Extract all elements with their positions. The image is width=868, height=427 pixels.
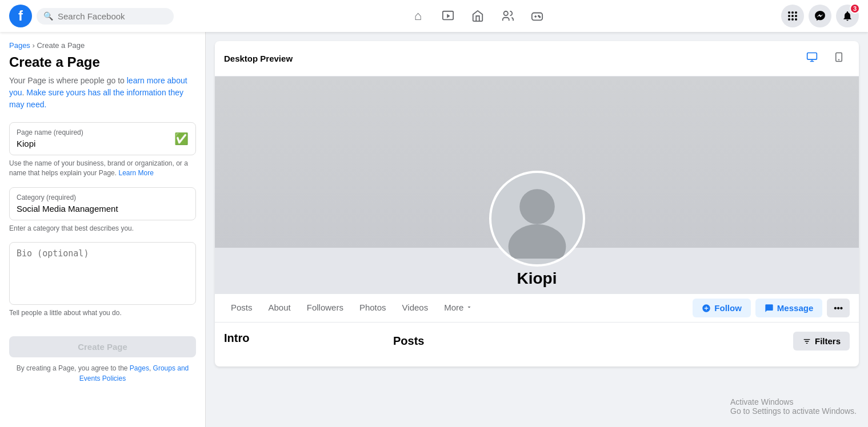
chevron-down-icon — [466, 304, 473, 311]
svg-rect-3 — [531, 13, 542, 21]
name-check-icon: ✅ — [174, 132, 189, 146]
preview-area: Desktop Preview — [206, 32, 868, 427]
posts-header: Posts Filters — [393, 332, 850, 351]
tab-about[interactable]: About — [262, 295, 298, 322]
sidebar-title: Create a Page — [9, 54, 196, 70]
notifications-button[interactable]: 3 — [836, 5, 859, 27]
topnav: f 🔍 ⌂ 3 — [0, 0, 868, 32]
svg-point-8 — [788, 11, 790, 14]
nav-gaming[interactable] — [523, 2, 551, 30]
bio-hint: Tell people a little about what you do. — [9, 308, 196, 318]
search-input[interactable] — [58, 11, 167, 21]
svg-point-12 — [791, 15, 794, 17]
filters-button[interactable]: Filters — [793, 332, 850, 351]
svg-point-23 — [508, 224, 566, 259]
tab-photos[interactable]: Photos — [353, 295, 393, 322]
page-content: Intro Posts Filters — [215, 322, 859, 366]
grid-button[interactable] — [781, 5, 804, 27]
facebook-logo[interactable]: f — [9, 5, 32, 27]
learn-more-link[interactable]: Learn More — [118, 169, 153, 177]
category-hint: Enter a category that best describes you… — [9, 224, 196, 233]
message-button[interactable]: Message — [755, 299, 822, 317]
page-name-display: Kiopi — [215, 269, 859, 288]
more-button[interactable]: ••• — [827, 299, 850, 317]
nav-marketplace[interactable] — [464, 2, 491, 30]
terms-text: By creating a Page, you agree to the Pag… — [9, 363, 196, 384]
create-page-button[interactable]: Create Page — [9, 336, 196, 357]
svg-point-16 — [795, 18, 797, 21]
filters-icon — [802, 337, 811, 346]
sidebar-description: Your Page is where people go to learn mo… — [9, 75, 196, 111]
svg-point-2 — [503, 11, 507, 15]
tab-followers[interactable]: Followers — [300, 295, 350, 322]
watermark: Activate Windows Go to Settings to activ… — [730, 397, 857, 416]
pages-policy-link[interactable]: Pages — [130, 364, 149, 372]
message-icon — [765, 304, 774, 313]
main-layout: Pages › Create a Page Create a Page Your… — [0, 32, 868, 427]
tab-more[interactable]: More — [437, 295, 479, 322]
breadcrumb-pages-link[interactable]: Pages — [9, 41, 30, 50]
page-name-hint: Use the name of your business, brand or … — [9, 159, 196, 178]
follow-button[interactable]: Follow — [693, 299, 751, 317]
nav-home[interactable]: ⌂ — [405, 2, 432, 30]
intro-title: Intro — [224, 332, 384, 345]
svg-point-14 — [788, 18, 790, 21]
svg-point-10 — [795, 11, 797, 14]
nav-watch[interactable] — [434, 2, 462, 30]
topnav-center: ⌂ — [405, 2, 551, 30]
page-name-group: Page name (required) ✅ Use the name of y… — [9, 122, 196, 178]
page-avatar-wrapper — [489, 171, 585, 267]
tab-videos[interactable]: Videos — [395, 295, 435, 322]
messenger-button[interactable] — [809, 5, 831, 27]
page-avatar — [489, 171, 585, 267]
page-tabs: Posts About Followers Photos Videos More… — [215, 293, 859, 322]
svg-point-13 — [795, 15, 797, 17]
category-group: Category (required) Enter a category tha… — [9, 187, 196, 233]
nav-groups[interactable] — [494, 2, 521, 30]
breadcrumb: Pages › Create a Page — [9, 41, 196, 50]
category-input[interactable] — [17, 204, 189, 213]
page-name-label: Page name (required) — [17, 128, 125, 136]
category-label: Category (required) — [17, 194, 189, 202]
svg-point-15 — [791, 18, 794, 21]
bio-input[interactable] — [17, 248, 189, 294]
intro-column: Intro — [224, 332, 384, 357]
search-icon: 🔍 — [43, 11, 53, 21]
posts-column: Posts Filters — [393, 332, 850, 357]
svg-point-11 — [788, 15, 790, 17]
svg-point-9 — [791, 11, 794, 14]
sidebar: Pages › Create a Page Create a Page Your… — [0, 32, 206, 427]
desktop-view-button[interactable] — [801, 48, 823, 69]
svg-point-7 — [539, 17, 540, 18]
page-name-text: Kiopi — [517, 269, 557, 287]
category-field: Category (required) — [9, 187, 196, 220]
bio-group: Tell people a little about what you do. — [9, 242, 196, 318]
page-action-buttons: Follow Message ••• — [693, 294, 850, 322]
avatar-silhouette — [497, 179, 577, 259]
bio-field — [9, 242, 196, 305]
preview-title: Desktop Preview — [224, 54, 293, 63]
topnav-left: f 🔍 — [9, 5, 174, 27]
preview-view-icons — [801, 48, 850, 69]
svg-rect-17 — [807, 53, 817, 60]
preview-header: Desktop Preview — [215, 41, 859, 76]
page-name-input[interactable] — [17, 139, 125, 148]
page-name-field: Page name (required) ✅ — [9, 122, 196, 155]
mobile-view-button[interactable] — [828, 48, 850, 69]
notification-badge: 3 — [850, 3, 860, 14]
search-bar[interactable]: 🔍 — [37, 8, 174, 25]
posts-title: Posts — [393, 335, 424, 348]
follow-icon — [702, 304, 711, 313]
tab-posts[interactable]: Posts — [224, 295, 259, 322]
svg-point-22 — [519, 189, 555, 224]
topnav-right: 3 — [781, 5, 859, 27]
svg-marker-1 — [447, 14, 450, 18]
preview-card: Desktop Preview — [215, 41, 859, 366]
cover-photo-area: Kiopi — [215, 76, 859, 293]
